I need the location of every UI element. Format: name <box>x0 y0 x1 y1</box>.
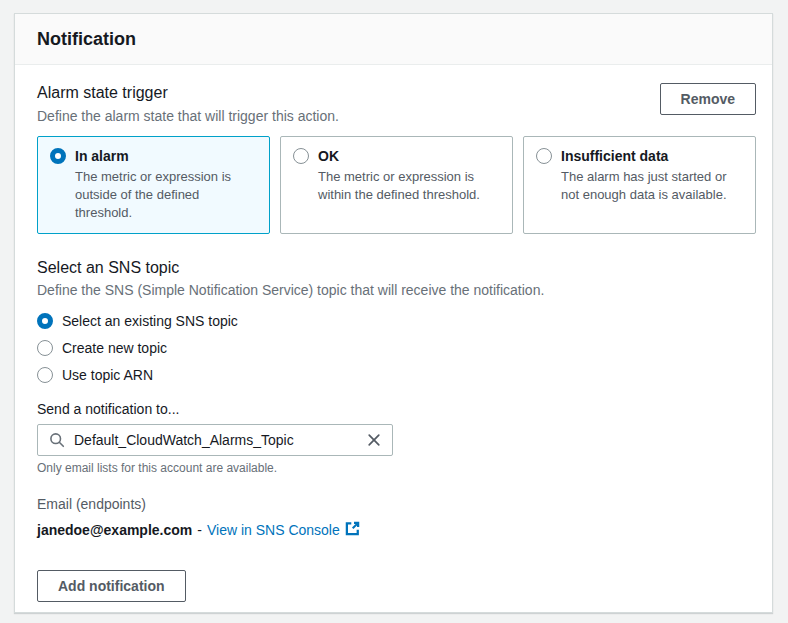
radio-in-alarm[interactable] <box>50 148 66 164</box>
card-description: The metric or expression is within the d… <box>318 168 500 204</box>
sns-topic-search-box <box>37 424 393 456</box>
radio-option-use-topic-arn[interactable]: Use topic ARN <box>37 367 756 383</box>
radio-use-topic-arn[interactable] <box>37 367 53 383</box>
panel-body: Alarm state trigger Define the alarm sta… <box>15 65 772 613</box>
email-endpoints-section: Email (endpoints) janedoe@example.com - … <box>37 496 756 539</box>
card-in-alarm-text: In alarm The metric or expression is out… <box>75 147 257 222</box>
search-icon <box>47 430 67 450</box>
card-title: Insufficient data <box>561 147 743 167</box>
panel-title: Notification <box>37 29 750 50</box>
card-description: The alarm has just started or not enough… <box>561 168 743 204</box>
radio-option-create-new-topic[interactable]: Create new topic <box>37 340 756 356</box>
radio-ok[interactable] <box>293 148 309 164</box>
card-ok-text: OK The metric or expression is within th… <box>318 147 500 222</box>
email-endpoint-value: janedoe@example.com <box>37 522 192 538</box>
add-notification-button[interactable]: Add notification <box>37 570 186 602</box>
external-link-icon <box>345 521 360 539</box>
radio-create-new-topic[interactable] <box>37 340 53 356</box>
radio-label: Select an existing SNS topic <box>62 313 238 329</box>
sns-topic-section: Select an SNS topic Define the SNS (Simp… <box>37 258 756 383</box>
notification-target-constraint: Only email lists for this account are av… <box>37 461 756 475</box>
alarm-trigger-heading-block: Alarm state trigger Define the alarm sta… <box>37 83 339 126</box>
email-separator: - <box>197 522 202 538</box>
email-endpoints-row: janedoe@example.com - View in SNS Consol… <box>37 521 756 539</box>
card-title: In alarm <box>75 147 257 167</box>
view-in-sns-console-link[interactable]: View in SNS Console <box>207 521 360 539</box>
remove-button[interactable]: Remove <box>660 83 756 115</box>
link-label: View in SNS Console <box>207 522 340 538</box>
card-in-alarm[interactable]: In alarm The metric or expression is out… <box>37 136 270 233</box>
alarm-trigger-header-row: Alarm state trigger Define the alarm sta… <box>37 83 756 126</box>
notification-target-label: Send a notification to... <box>37 401 756 417</box>
radio-insufficient-data[interactable] <box>536 148 552 164</box>
sns-topic-input[interactable] <box>74 432 358 448</box>
footer-actions: Add notification <box>37 570 756 602</box>
radio-label: Use topic ARN <box>62 367 153 383</box>
sns-topic-description: Define the SNS (Simple Notification Serv… <box>37 281 756 301</box>
sns-topic-heading: Select an SNS topic <box>37 258 756 279</box>
radio-label: Create new topic <box>62 340 167 356</box>
card-title: OK <box>318 147 500 167</box>
alarm-trigger-heading: Alarm state trigger <box>37 83 339 104</box>
card-description: The metric or expression is outside of t… <box>75 168 257 223</box>
email-endpoints-label: Email (endpoints) <box>37 496 756 512</box>
clear-input-icon[interactable] <box>365 431 383 449</box>
radio-existing-sns-topic[interactable] <box>37 313 53 329</box>
notification-panel: Notification Alarm state trigger Define … <box>14 13 773 613</box>
card-ok[interactable]: OK The metric or expression is within th… <box>280 136 513 233</box>
card-insufficient-data[interactable]: Insufficient data The alarm has just sta… <box>523 136 756 233</box>
panel-header: Notification <box>15 14 772 65</box>
card-insufficient-data-text: Insufficient data The alarm has just sta… <box>561 147 743 222</box>
radio-option-existing-sns-topic[interactable]: Select an existing SNS topic <box>37 313 756 329</box>
alarm-trigger-description: Define the alarm state that will trigger… <box>37 107 339 127</box>
alarm-state-cards: In alarm The metric or expression is out… <box>37 136 756 233</box>
notification-target-section: Send a notification to... Only email li <box>37 401 756 475</box>
sns-topic-radio-group: Select an existing SNS topic Create new … <box>37 313 756 383</box>
